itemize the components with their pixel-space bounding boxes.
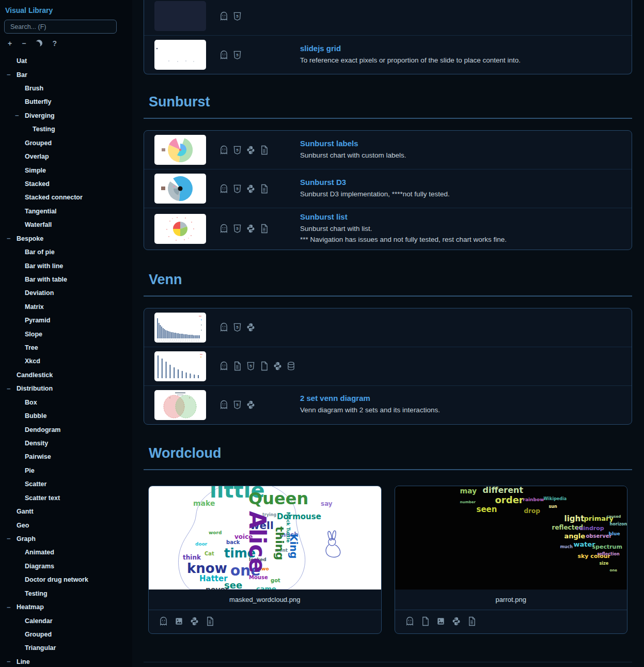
sidebar-item-triangular[interactable]: Triangular [0,641,132,655]
html5-icon[interactable] [233,145,242,155]
theme-toggle-moon-icon[interactable] [36,40,42,46]
ghost-icon[interactable] [219,322,228,332]
sidebar-item-bespoke[interactable]: −Bespoke [0,231,132,245]
sidebar-item-line[interactable]: −Line [0,655,132,667]
collapse-minus-icon[interactable]: − [7,71,11,79]
file-text-icon[interactable] [233,361,242,371]
python-icon[interactable] [246,145,255,155]
sidebar-item-box[interactable]: Box [0,396,132,409]
sidebar-item-butterfly[interactable]: Butterfly [0,95,132,108]
sidebar-item-density[interactable]: Density [0,437,132,450]
sidebar-item-gantt[interactable]: Gantt [0,505,132,518]
html5-icon[interactable] [233,224,242,234]
html5-icon[interactable] [233,50,242,60]
sidebar-item-diagrams[interactable]: Diagrams [0,560,132,573]
item-title-link[interactable]: Sunburst labels [300,139,358,148]
sidebar-item-waterfall[interactable]: Waterfall [0,218,132,231]
sidebar-item-stacked-connector[interactable]: Stacked connector [0,191,132,204]
expand-all-button[interactable]: + [8,39,12,48]
collapse-minus-icon[interactable]: − [15,112,19,119]
ghost-icon[interactable] [219,184,228,194]
collapse-minus-icon[interactable]: − [7,385,11,393]
sidebar-item-tangential[interactable]: Tangential [0,205,132,218]
chart-thumbnail[interactable] [154,313,206,343]
sidebar-item-graph[interactable]: −Graph [0,532,132,546]
chart-thumbnail[interactable] [154,351,206,381]
collapse-minus-icon[interactable]: − [7,603,11,611]
sidebar-item-slope[interactable]: Slope [0,327,132,340]
python-icon[interactable] [246,322,255,332]
ghost-icon[interactable] [219,361,228,371]
sidebar-item-pyramid[interactable]: Pyramid [0,314,132,327]
collapse-minus-icon[interactable]: − [7,535,11,542]
file-text-icon[interactable] [260,145,269,155]
search-input[interactable] [4,20,117,34]
sidebar-item-pairwise[interactable]: Pairwise [0,450,132,463]
help-button[interactable]: ? [52,39,57,48]
html5-icon[interactable] [233,184,242,194]
image-icon[interactable] [436,616,445,626]
item-title-link[interactable]: Sunburst D3 [300,178,346,187]
sidebar-item-geo[interactable]: Geo [0,518,132,532]
python-icon[interactable] [246,184,255,194]
sidebar-item-overlap[interactable]: Overlap [0,150,132,163]
sidebar-item-bar[interactable]: −Bar [0,68,132,81]
chart-thumbnail[interactable] [154,40,206,70]
html5-icon[interactable] [233,322,242,332]
sidebar-item-diverging[interactable]: −Diverging [0,109,132,122]
item-title-link[interactable]: slidejs grid [300,44,341,53]
file-text-icon[interactable] [206,616,214,626]
chart-thumbnail[interactable] [154,214,206,244]
ghost-icon[interactable] [405,616,414,626]
sidebar-item-doctor-drug-network[interactable]: Doctor drug network [0,573,132,586]
file-text-icon[interactable] [260,184,269,194]
item-title-link[interactable]: 2 set venn diagram [300,394,370,402]
item-title-link[interactable]: Sunburst list [300,212,348,221]
chart-thumbnail[interactable] [154,135,206,165]
image-icon[interactable] [175,616,183,626]
sidebar-item-grouped[interactable]: Grouped [0,628,132,641]
sidebar-item-bar-with-table[interactable]: Bar with table [0,273,132,286]
collapse-all-button[interactable]: − [22,39,26,48]
sidebar-item-bar-with-line[interactable]: Bar with line [0,259,132,272]
sidebar-item-animated[interactable]: Animated [0,546,132,559]
sidebar-item-scatter[interactable]: Scatter [0,477,132,491]
html5-icon[interactable] [233,400,242,410]
sidebar-item-simple[interactable]: Simple [0,163,132,177]
chart-thumbnail[interactable] [154,174,206,204]
database-icon[interactable] [287,361,295,371]
sidebar-item-calendar[interactable]: Calendar [0,614,132,627]
html5-icon[interactable] [246,361,255,371]
sidebar-item-grouped[interactable]: Grouped [0,136,132,150]
sidebar-item-candlestick[interactable]: Candlestick [0,368,132,382]
wordcloud-image[interactable]: littleQueenmakesayDormousetryingwellvoic… [149,486,381,590]
chart-thumbnail[interactable] [154,1,206,31]
file-icon[interactable] [421,616,430,626]
ghost-icon[interactable] [219,11,228,21]
sidebar-item-heatmap[interactable]: −Heatmap [0,600,132,614]
sidebar-item-distribution[interactable]: −Distribution [0,382,132,395]
sidebar-item-testing[interactable]: Testing [0,586,132,600]
wordcloud-image[interactable]: maydifferentorderrainbowWikipediaseennum… [395,486,627,590]
sidebar-item-testing[interactable]: Testing [0,122,132,136]
chart-thumbnail[interactable] [154,390,206,420]
ghost-icon[interactable] [219,145,228,155]
sidebar-item-scatter-text[interactable]: Scatter text [0,491,132,505]
sidebar-item-brush[interactable]: Brush [0,82,132,95]
ghost-icon[interactable] [159,616,168,626]
python-icon[interactable] [246,224,255,234]
sidebar-item-deviation[interactable]: Deviation [0,286,132,300]
file-text-icon[interactable] [260,224,269,234]
python-icon[interactable] [246,400,255,410]
sidebar-item-uat[interactable]: Uat [0,54,132,68]
python-icon[interactable] [273,361,282,371]
sidebar-item-pie[interactable]: Pie [0,464,132,477]
collapse-minus-icon[interactable]: − [7,235,11,242]
sidebar-item-xkcd[interactable]: Xkcd [0,354,132,368]
html5-icon[interactable] [233,11,242,21]
python-icon[interactable] [190,616,199,626]
file-icon[interactable] [260,361,269,371]
sidebar-item-bar-of-pie[interactable]: Bar of pie [0,245,132,259]
ghost-icon[interactable] [219,224,228,234]
sidebar-item-dendogram[interactable]: Dendogram [0,423,132,436]
